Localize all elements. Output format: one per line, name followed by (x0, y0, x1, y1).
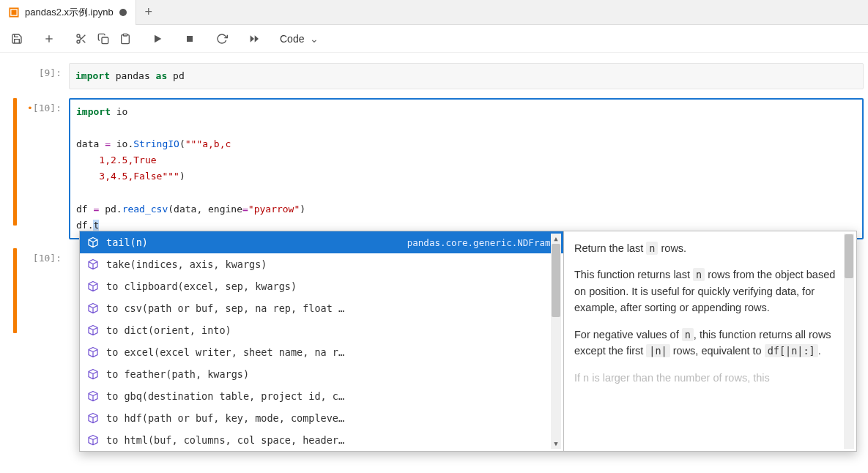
svg-point-4 (77, 34, 80, 37)
scroll-up-icon[interactable]: ▲ (554, 234, 557, 244)
autocomplete-item[interactable]: to_excel(excel_writer, sheet_name, na_r… (80, 341, 563, 346)
scroll-thumb[interactable] (845, 234, 853, 278)
paste-button[interactable] (116, 29, 135, 48)
method-signature: to_dict(orient, into) (106, 324, 556, 336)
svg-line-8 (79, 37, 81, 39)
autocomplete-list[interactable]: tail(n)pandas.core.generic.NDFrametake(i… (80, 231, 563, 346)
cell-prompt: [10]: (21, 248, 69, 264)
save-button[interactable] (7, 29, 26, 48)
copy-button[interactable] (94, 29, 113, 48)
tab-title: pandas2.x示例.ipynb (25, 6, 114, 19)
method-signature: take(indices, axis, kwargs) (106, 258, 556, 270)
scroll-thumb[interactable] (552, 244, 560, 317)
cell-type-label: Code (280, 33, 304, 45)
svg-rect-1 (12, 10, 17, 15)
method-signature: tail(n) (106, 236, 407, 248)
cell-prompt: [9]: (21, 63, 69, 78)
add-cell-button[interactable] (40, 29, 59, 48)
cell-9[interactable]: [9]: import pandas as pd (4, 63, 864, 89)
doc-paragraph: Return the last n rows. (574, 240, 846, 256)
doc-paragraph: For negative values of n, this function … (574, 327, 846, 346)
toolbar: Code ⌄ (0, 25, 868, 53)
svg-marker-14 (255, 35, 259, 42)
restart-button[interactable] (212, 29, 231, 48)
method-icon (87, 258, 99, 270)
doc-scrollbar[interactable] (844, 234, 854, 346)
notebook-icon (9, 7, 19, 18)
new-tab-button[interactable]: + (136, 0, 161, 25)
doc-paragraph: This function returns last n rows from t… (574, 267, 846, 316)
autocomplete-item[interactable]: to_clipboard(excel, sep, kwargs) (80, 275, 563, 297)
tab-notebook[interactable]: pandas2.x示例.ipynb (0, 0, 136, 25)
autocomplete-item[interactable]: to_dict(orient, into) (80, 319, 563, 341)
method-signature: to_clipboard(excel, sep, kwargs) (106, 280, 556, 292)
svg-marker-13 (251, 35, 254, 42)
stop-button[interactable] (180, 29, 199, 48)
method-signature: to_csv(path_or_buf, sep, na_rep, float_… (106, 302, 556, 314)
method-icon (87, 236, 99, 248)
cell-prompt: •[10]: (21, 98, 69, 113)
method-icon (87, 280, 99, 292)
autocomplete-item[interactable]: take(indices, axis, kwargs) (80, 253, 563, 275)
method-icon (87, 302, 99, 314)
svg-rect-12 (187, 36, 193, 42)
svg-marker-11 (155, 34, 161, 42)
svg-line-7 (83, 40, 86, 42)
autocomplete-doc: Return the last n rows. This function re… (563, 231, 856, 346)
cell-type-selector[interactable]: Code ⌄ (275, 31, 323, 46)
svg-rect-9 (102, 37, 108, 44)
cell-10-active[interactable]: •[10]: import io data = io.StringIO("""a… (4, 98, 864, 239)
cut-button[interactable] (72, 29, 91, 48)
autocomplete-item[interactable]: to_csv(path_or_buf, sep, na_rep, float_… (80, 297, 563, 319)
tab-bar: pandas2.x示例.ipynb + (0, 0, 868, 25)
autocomplete-item[interactable]: tail(n)pandas.core.generic.NDFrame (80, 231, 563, 253)
code-input[interactable]: import pandas as pd (69, 63, 864, 89)
chevron-down-icon: ⌄ (310, 33, 319, 45)
autocomplete-scrollbar[interactable]: ▲ ▼ (551, 234, 561, 346)
svg-point-5 (77, 40, 80, 43)
tab-modified-indicator (119, 9, 127, 16)
run-button[interactable] (148, 29, 167, 48)
code-input[interactable]: import io data = io.StringIO("""a,b,c 1,… (69, 98, 864, 239)
svg-rect-10 (123, 34, 127, 36)
method-icon (87, 324, 99, 336)
autocomplete-popup: tail(n)pandas.core.generic.NDFrametake(i… (79, 231, 857, 346)
run-all-button[interactable] (245, 29, 264, 48)
method-source: pandas.core.generic.NDFrame (407, 237, 556, 248)
